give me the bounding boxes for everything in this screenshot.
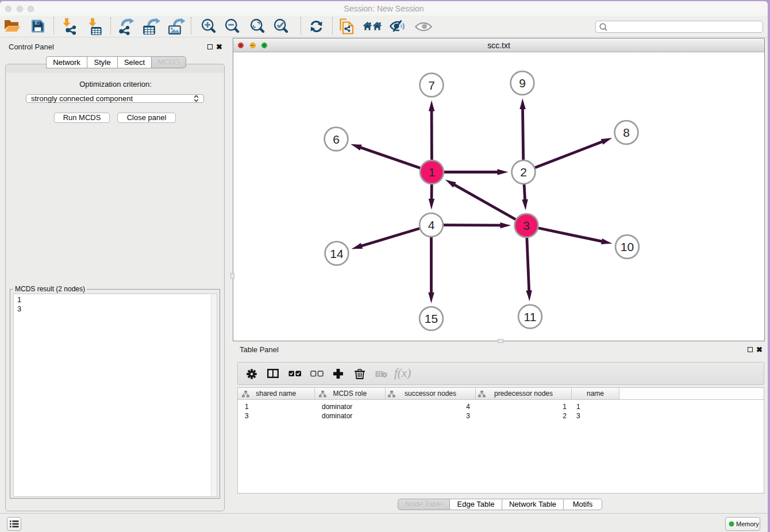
svg-text:2: 2 bbox=[520, 165, 527, 179]
svg-text:4: 4 bbox=[428, 218, 435, 232]
svg-text:10: 10 bbox=[621, 240, 634, 253]
svg-text:15: 15 bbox=[425, 312, 438, 325]
svg-text:3: 3 bbox=[523, 219, 530, 232]
svg-text:8: 8 bbox=[623, 126, 630, 139]
svg-text:11: 11 bbox=[524, 310, 537, 323]
svg-text:6: 6 bbox=[333, 133, 340, 146]
svg-text:7: 7 bbox=[428, 79, 435, 92]
svg-text:9: 9 bbox=[519, 76, 526, 90]
svg-text:14: 14 bbox=[330, 247, 344, 260]
svg-text:1: 1 bbox=[429, 165, 436, 179]
